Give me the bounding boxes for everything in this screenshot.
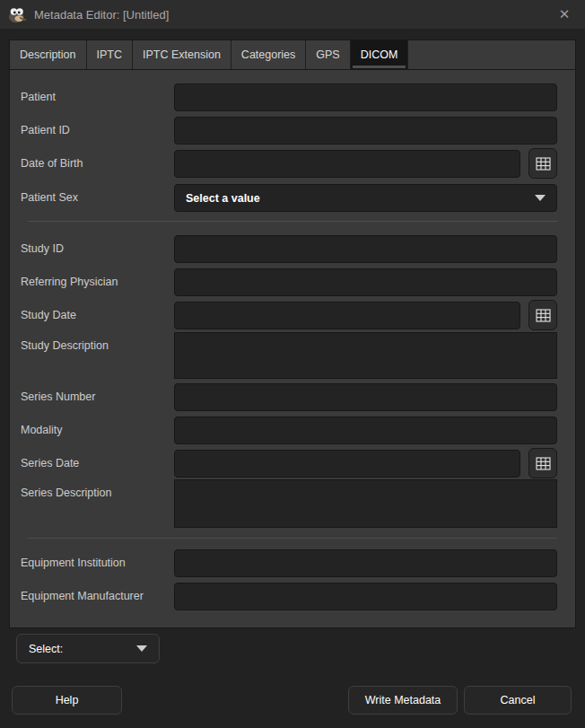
tab-dicom[interactable]: DICOM [351,40,409,69]
close-icon[interactable]: ✕ [544,0,585,29]
chevron-down-icon [136,645,147,652]
referring-physician-label: Referring Physician [21,276,118,288]
tab-strip: Description IPTC IPTC Extension Categori… [10,40,575,70]
tab-iptc[interactable]: IPTC [87,40,133,69]
section-separator [28,538,557,539]
series-date-label: Series Date [21,457,79,469]
series-date-input[interactable] [174,450,520,478]
cancel-button[interactable]: Cancel [464,686,572,715]
tab-description[interactable]: Description [10,40,87,69]
calendar-grid-icon [536,457,551,470]
series-description-label: Series Description [21,487,111,499]
equipment-institution-input[interactable] [174,549,557,577]
tab-strip-filler [408,40,575,69]
series-number-input[interactable] [174,383,557,411]
patient-id-label: Patient ID [21,124,70,136]
modality-input[interactable] [174,417,557,444]
patient-sex-value: Select a value [186,192,260,205]
write-metadata-button[interactable]: Write Metadata [348,686,458,715]
tab-categories[interactable]: Categories [231,40,306,69]
patient-input[interactable] [174,83,557,111]
study-date-calendar-button[interactable] [528,300,557,330]
gimp-wilber-icon [8,6,28,23]
series-date-calendar-button[interactable] [528,448,557,478]
equipment-manufacturer-label: Equipment Manufacturer [21,590,144,602]
chevron-down-icon [535,195,546,201]
date-of-birth-calendar-button[interactable] [528,148,557,179]
calendar-grid-icon [536,157,551,171]
date-of-birth-label: Date of Birth [21,157,83,170]
metadata-notebook: Description IPTC IPTC Extension Categori… [9,39,576,628]
window-title: Metadata Editor: [Untitled] [34,8,169,22]
tab-iptc-extension[interactable]: IPTC Extension [133,40,231,69]
equipment-institution-label: Equipment Institution [21,557,126,569]
title-bar: Metadata Editor: [Untitled] ✕ [0,0,585,29]
patient-sex-label: Patient Sex [21,191,78,204]
select-dropdown[interactable]: Select: [16,634,160,663]
patient-label: Patient [21,91,56,103]
study-date-label: Study Date [21,309,76,321]
patient-id-input[interactable] [174,117,557,145]
patient-sex-select[interactable]: Select a value [174,184,557,212]
help-button[interactable]: Help [12,686,122,715]
study-description-textarea[interactable] [174,332,557,379]
study-id-label: Study ID [21,242,64,255]
tab-gps[interactable]: GPS [306,40,350,69]
study-date-input[interactable] [174,302,520,329]
date-of-birth-input[interactable] [174,150,520,178]
series-description-textarea[interactable] [174,479,557,528]
study-description-label: Study Description [21,339,109,352]
section-separator [28,221,557,222]
equipment-manufacturer-input[interactable] [174,583,557,610]
modality-label: Modality [21,424,63,436]
select-dropdown-label: Select: [29,643,63,655]
calendar-grid-icon [536,309,551,322]
referring-physician-input[interactable] [174,268,557,296]
series-number-label: Series Number [21,390,95,403]
study-id-input[interactable] [174,235,557,263]
